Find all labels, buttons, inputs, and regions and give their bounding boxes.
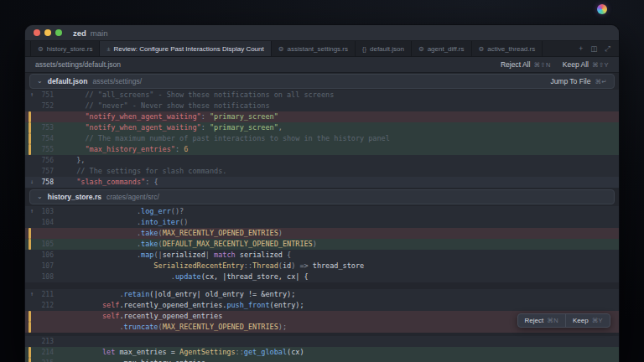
close-window-button[interactable] <box>34 29 40 36</box>
editor-toolbar: assets/settings/default.json Reject All … <box>25 57 619 73</box>
tab[interactable]: ⚙agent_diff.rs <box>412 41 472 56</box>
rust-file-icon: ⚙ <box>479 45 485 53</box>
gutter-space <box>25 111 39 122</box>
code-line: 108 .update(cx, |thread_store, cx| { <box>25 272 619 282</box>
reject-all-button[interactable]: Reject All ⌘⇧N <box>501 60 551 69</box>
gutter-space <box>25 261 39 272</box>
code-text: .map(|serialized| match serialized { <box>54 250 619 261</box>
expand-hunk-arrow-icon[interactable]: ↓ <box>25 177 39 188</box>
code-text: // The settings for slash commands. <box>54 166 619 177</box>
line-number <box>39 228 54 239</box>
tab[interactable]: ⚙assistant_settings.rs <box>272 41 356 56</box>
line-number: 214 <box>39 347 54 358</box>
gutter-space <box>25 133 39 144</box>
code-excerpt-default-json: ↑751 // "all_screens" - Show these notif… <box>25 90 619 188</box>
tab[interactable]: ⚙history_store.rs <box>30 41 100 56</box>
line-number: 758 <box>39 177 54 188</box>
tab-label: history_store.rs <box>47 45 93 53</box>
code-text: "max_history_entries": 6 <box>54 144 619 155</box>
keep-hunk-button[interactable]: Keep ⌘Y <box>566 314 610 327</box>
code-text: .retain(|old_entry| old_entry != &entry)… <box>54 289 619 300</box>
line-number <box>39 322 54 333</box>
gutter-space <box>25 336 39 347</box>
line-number: 215 <box>39 358 54 362</box>
rust-file-icon: ⚙ <box>278 45 284 53</box>
excerpt-header-default-json[interactable]: ⌄ default.json assets/settings/ Jump To … <box>29 74 615 89</box>
zed-window: zed main ⚙history_store.rs±Review: Confi… <box>25 25 619 362</box>
maximize-window-button[interactable] <box>55 29 62 36</box>
code-line: 754 // The maximum number of past intera… <box>25 133 619 144</box>
gutter-space <box>25 272 39 282</box>
tab[interactable]: ⚙active_thread.rs <box>472 41 543 56</box>
diff-change-marker <box>29 228 31 239</box>
keep-hunk-shortcut: ⌘Y <box>592 317 603 324</box>
code-line: ↑103 .log_err()? <box>25 206 619 217</box>
plus-icon[interactable]: + <box>579 44 583 53</box>
code-line: "notify_when_agent_waiting": "primary_sc… <box>25 111 619 122</box>
code-line: .take(MAX_RECENTLY_OPENED_ENTRIES) <box>25 228 619 239</box>
line-number: 212 <box>39 300 54 311</box>
project-name[interactable]: zed <box>73 28 86 38</box>
tab-bar: ⚙history_store.rs±Review: Configure Past… <box>25 41 619 57</box>
jump-to-file-button[interactable]: Jump To File ⌘↵ <box>550 77 607 85</box>
expand-hunk-arrow-icon[interactable]: ↑ <box>25 90 39 101</box>
code-text <box>54 336 619 347</box>
minimize-window-button[interactable] <box>44 29 51 36</box>
diff-change-marker <box>29 111 31 122</box>
rust-file-icon: ⚙ <box>38 45 44 53</box>
tab[interactable]: ±Review: Configure Past Interactions Dis… <box>100 41 271 56</box>
gutter-space <box>25 347 39 358</box>
hunk-review-controls: Reject ⌘N Keep ⌘Y <box>517 313 610 328</box>
line-number <box>39 111 54 122</box>
tab-label: agent_diff.rs <box>428 45 465 53</box>
diff-file-icon: ± <box>106 45 110 53</box>
gutter-space <box>25 155 39 166</box>
gutter-space <box>25 144 39 155</box>
reject-hunk-label: Reject <box>525 317 544 324</box>
keep-all-label: Keep All <box>563 60 589 69</box>
code-text: // "all_screens" - Show these notificati… <box>54 90 619 101</box>
code-line: ↓758 "slash_commands": { <box>25 177 619 188</box>
excerpt-file-path: assets/settings/ <box>92 77 142 85</box>
git-branch-label[interactable]: main <box>91 28 108 38</box>
tab[interactable]: {}default.json <box>356 41 412 56</box>
reject-hunk-button[interactable]: Reject ⌘N <box>518 314 565 327</box>
line-number: 107 <box>39 261 54 272</box>
expand-hunk-arrow-icon[interactable]: ↑ <box>25 289 39 300</box>
diff-change-marker <box>29 122 31 133</box>
gutter-space <box>25 166 39 177</box>
code-line: 213 <box>25 336 619 347</box>
excerpt-header-history-store[interactable]: ⌄ history_store.rs crates/agent/src/ <box>29 189 615 204</box>
line-number: 757 <box>39 166 54 177</box>
code-text: }, <box>54 155 619 166</box>
line-number: 104 <box>39 217 54 228</box>
code-text: // The maximum number of past interactio… <box>54 133 619 144</box>
zoom-icon[interactable]: ⤢ <box>605 44 610 54</box>
code-line: 752 // "never" - Never show these notifi… <box>25 101 619 111</box>
code-text: .update(cx, |thread_store, cx| { <box>54 272 619 282</box>
gutter-space <box>25 122 39 133</box>
jump-to-file-shortcut: ⌘↵ <box>595 78 607 85</box>
code-excerpt-history-store: ↑103 .log_err()?104 .into_iter() .take(M… <box>25 206 619 362</box>
chevron-down-icon: ⌄ <box>37 78 43 85</box>
code-text: .take(MAX_RECENTLY_OPENED_ENTRIES) <box>54 228 619 239</box>
code-text: let max_entries = AgentSettings::get_glo… <box>54 347 619 358</box>
gutter-space <box>25 322 39 333</box>
breadcrumb[interactable]: assets/settings/default.json <box>35 60 121 69</box>
tab-label: default.json <box>370 45 404 53</box>
tab-actions: +◫⤢ <box>570 41 619 56</box>
line-number: 753 <box>39 122 54 133</box>
split-pane-icon[interactable]: ◫ <box>590 44 597 53</box>
keep-all-button[interactable]: Keep All ⌘⇧Y <box>563 60 609 69</box>
tab-label: Review: Configure Past Interactions Disp… <box>114 45 264 53</box>
code-text: .take(DEFAULT_MAX_RECENTLY_OPENED_ENTRIE… <box>54 239 619 250</box>
excerpt-file-name: history_store.rs <box>48 193 101 201</box>
reject-all-shortcut: ⌘⇧N <box>533 61 550 69</box>
tab-strip: ⚙history_store.rs±Review: Configure Past… <box>25 41 543 56</box>
expand-hunk-arrow-icon[interactable]: ↑ <box>25 206 39 217</box>
diff-change-marker <box>29 322 31 333</box>
diff-change-marker <box>29 358 31 362</box>
tab-label: assistant_settings.rs <box>287 45 347 53</box>
gutter-space <box>25 311 39 322</box>
code-line: ↑751 // "all_screens" - Show these notif… <box>25 90 619 101</box>
